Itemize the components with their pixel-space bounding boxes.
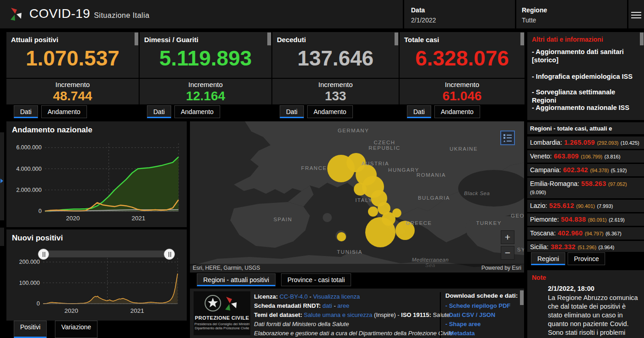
zoom-out-button[interactable]: − xyxy=(501,246,514,260)
fonte-dipartimento: Elaborazione e gestione dati a cura del … xyxy=(254,329,453,338)
region-row-piemonte[interactable]: Piemonte: 504.838 (80.091) (2.619) xyxy=(527,213,644,226)
rndt-dati-link[interactable]: dati xyxy=(323,302,332,309)
svg-text:0: 0 xyxy=(38,208,42,214)
svg-text:200.000: 200.000 xyxy=(19,259,40,265)
region-row-campania[interactable]: Campania: 602.342 (94.378) (5.192) xyxy=(527,164,644,176)
separator: - xyxy=(334,302,336,309)
tab-andamento-totale[interactable]: Andamento xyxy=(434,105,480,118)
download-schede-pdf-link[interactable]: - Schede riepilogo PDF xyxy=(445,301,522,311)
card-attuali-positivi: Attuali positivi 1.070.537 Incremento 48… xyxy=(6,32,139,104)
tab-regioni[interactable]: Regioni xyxy=(531,252,565,265)
temi-mid-text: (Inspire) - xyxy=(374,311,400,318)
tab-variazione[interactable]: Variazione xyxy=(55,321,97,338)
tab-andamento-guariti[interactable]: Andamento xyxy=(174,105,220,118)
temi-link[interactable]: Salute umana e sicurezza xyxy=(304,311,373,318)
tab-dati-attuali[interactable]: Dati xyxy=(14,105,38,118)
card-value: 137.646 xyxy=(272,46,399,71)
increment-value: 133 xyxy=(272,89,399,104)
card-deceduti: Deceduti 137.646 Incremento 133 xyxy=(272,32,399,104)
map-place-label: TURKEY xyxy=(476,220,502,226)
logo-title: PROTEZIONE CIVILE xyxy=(194,315,250,321)
increment-value: 12.164 xyxy=(140,89,271,104)
download-csv-json-link[interactable]: - Dati CSV / JSON xyxy=(445,311,522,320)
region-row-emilia-romagna[interactable]: Emilia-Romagna: 558.263 (97.052) (9.090) xyxy=(527,178,644,198)
note-panel: Note 2/1/2022, 18:00 La Regione Abruzzo … xyxy=(527,270,644,338)
card-totale-casi: Totale casi 6.328.076 Incremento 61.046 xyxy=(400,32,525,104)
svg-text:2020: 2020 xyxy=(66,215,80,222)
map-legend-button[interactable] xyxy=(500,131,515,145)
footer-scrollbar[interactable] xyxy=(520,290,524,305)
map-place-label: GEO xyxy=(511,213,524,218)
panel-scrollbar[interactable] xyxy=(640,33,644,45)
andamento-nazionale-panel: Andamento nazionale 02.000.0004.000.0006… xyxy=(6,121,187,227)
region-row-sicilia[interactable]: Sicilia: 382.332 (51.296) (3.964) xyxy=(527,241,644,252)
region-bubble[interactable] xyxy=(392,208,401,218)
expand-pane-icon[interactable] xyxy=(0,179,3,183)
licenza-link[interactable]: CC-BY-4.0 xyxy=(280,293,308,300)
italy-map[interactable]: GERMANYCZECH REPUBLICUKRAINEFRANCEAUSTRI… xyxy=(190,121,524,273)
map-attribution-bar: Esri, HERE, Garmin, USGS Powered by Esri xyxy=(190,264,524,273)
region-row-lazio[interactable]: Lazio: 525.612 (90.401) (7.993) xyxy=(527,200,644,212)
note-date: 2/1/2022, 18:00 xyxy=(548,285,595,292)
svg-text:2021: 2021 xyxy=(131,215,145,222)
collapsed-filter-pane[interactable] xyxy=(0,132,4,220)
card-title: Attuali positivi xyxy=(11,36,58,44)
range-slider-right-handle[interactable] xyxy=(164,249,175,260)
download-shape-aree-link[interactable]: - Shape aree xyxy=(445,320,522,329)
download-block: Download schede e dati: - Schede riepilo… xyxy=(440,292,522,338)
note-text: La Regione Abruzzo comunica che dal tota… xyxy=(548,294,640,338)
svg-text:6.000.000: 6.000.000 xyxy=(16,144,42,151)
rndt-aree-link[interactable]: aree xyxy=(337,302,349,309)
tab-dati-guariti[interactable]: Dati xyxy=(147,105,171,118)
card-title: Deceduti xyxy=(277,36,306,44)
card-scrollbar[interactable] xyxy=(267,33,271,45)
tab-andamento-deceduti[interactable]: Andamento xyxy=(307,105,353,118)
region-bubble[interactable] xyxy=(368,207,378,217)
card-scrollbar[interactable] xyxy=(520,33,524,45)
collapsed-pane-stub[interactable] xyxy=(0,228,4,246)
region-bubble[interactable] xyxy=(365,217,395,247)
tab-regioni-attuali-positivi[interactable]: Regioni - attuali positivi xyxy=(197,273,276,286)
altri-dati-title: Altri dati e informazioni xyxy=(532,36,603,43)
card-scrollbar[interactable] xyxy=(135,33,138,45)
download-metadata-link[interactable]: - Metadata xyxy=(445,329,522,338)
date-filter-label: Data xyxy=(411,6,436,14)
link-sorveglianza-regioni[interactable]: - Sorveglianza settimanale Regioni xyxy=(532,88,640,104)
altri-dati-panel: Altri dati e informazioni - Aggiornament… xyxy=(527,32,644,120)
link-infografica-iss[interactable]: - Infografica epidemiologica ISS xyxy=(532,72,640,81)
card-value: 1.070.537 xyxy=(6,46,139,71)
range-slider-left-handle[interactable] xyxy=(38,249,49,260)
nuovi-positivi-chart[interactable]: 0100.000200.00020202021 xyxy=(10,248,183,317)
tab-dati-deceduti[interactable]: Dati xyxy=(280,105,304,118)
date-filter[interactable]: Data 2/1/2022 xyxy=(411,6,436,24)
visualizza-licenza-link[interactable]: Visualizza licenza xyxy=(313,293,360,300)
link-aggiornamento-dati-sanitari[interactable]: - Aggiornamento dati sanitari [storico] xyxy=(532,48,640,64)
andamento-nazionale-chart[interactable]: 02.000.0004.000.0006.000.00020202021 xyxy=(10,137,183,225)
region-filter[interactable]: Regione Tutte xyxy=(522,6,547,24)
map-place-label: GREECE xyxy=(406,220,432,226)
date-range-slider-track[interactable] xyxy=(43,251,169,257)
map-place-label: UKRAINE xyxy=(449,146,478,152)
zoom-in-button[interactable]: + xyxy=(501,230,514,244)
iso-label: ISO 19115: xyxy=(401,311,431,318)
map-place-label: CZECH REPUBLIC xyxy=(368,140,400,151)
menu-icon[interactable] xyxy=(631,10,641,20)
map-place-label: Black Sea xyxy=(464,191,490,196)
region-filter-value[interactable]: Tutte xyxy=(522,16,547,24)
region-row-veneto[interactable]: Veneto: 663.809 (106.799) (3.816) xyxy=(527,150,644,163)
link-aggiornamento-nazionale-iss[interactable]: - Aggiornamento nazionale ISS xyxy=(532,104,640,112)
region-bubble[interactable] xyxy=(337,232,346,241)
triskelion-icon xyxy=(225,297,237,311)
tab-dati-totale[interactable]: Dati xyxy=(407,105,431,118)
increment-label: Incremento xyxy=(140,81,271,88)
region-row-toscana[interactable]: Toscana: 402.960 (94.797) (6.367) xyxy=(527,227,644,240)
tab-andamento-attuali[interactable]: Andamento xyxy=(41,105,87,118)
tab-province-casi-totali[interactable]: Province - casi totali xyxy=(281,273,351,286)
date-filter-value[interactable]: 2/1/2022 xyxy=(411,16,436,24)
tab-province[interactable]: Province xyxy=(568,252,605,265)
card-scrollbar[interactable] xyxy=(395,33,398,45)
tab-positivi[interactable]: Positivi xyxy=(14,321,47,338)
license-block: Licenza: CC-BY-4.0 - Visualizza licenza … xyxy=(254,292,453,338)
region-row-lombardia[interactable]: Lombardia: 1.265.059 (292.093) (10.425) xyxy=(527,136,644,149)
protezione-civile-footer-logo: PROTEZIONE CIVILE Presidenza del Consigl… xyxy=(194,291,250,335)
